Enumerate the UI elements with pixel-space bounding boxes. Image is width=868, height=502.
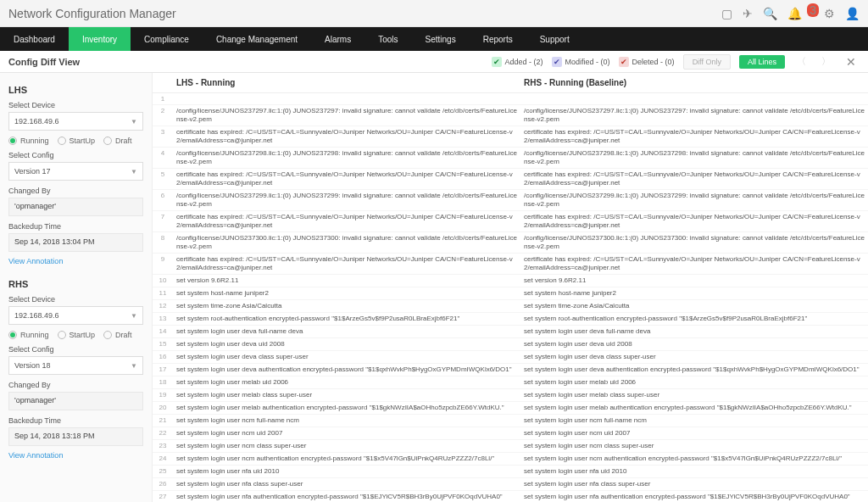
presentation-icon[interactable]: ▢ bbox=[721, 7, 732, 20]
diff-cell-lhs: set system host-name juniper2 bbox=[173, 287, 520, 299]
diff-row: 3certificate has expired: /C=US/ST=CA/L=… bbox=[153, 126, 868, 148]
lhs-device-label: Select Device bbox=[8, 101, 143, 109]
diff-row: 13set system root-authentication encrypt… bbox=[153, 313, 868, 326]
nav-tab-settings[interactable]: Settings bbox=[412, 27, 470, 51]
diff-cell-lhs bbox=[173, 93, 520, 104]
lhs-radio-startup[interactable] bbox=[58, 137, 66, 145]
diff-cell-rhs: set system login user deva uid 2008 bbox=[520, 338, 868, 350]
rhs-radio-running[interactable] bbox=[8, 331, 17, 339]
diff-row: 25set system login user nfa uid 2010set … bbox=[153, 466, 868, 478]
all-lines-button[interactable]: All Lines bbox=[739, 55, 785, 69]
diff-cell-lhs: set system login user deva uid 2008 bbox=[173, 338, 520, 350]
diff-cell-lhs: certificate has expired: /C=US/ST=CA/L=S… bbox=[173, 126, 520, 147]
rhs-radio-draft[interactable] bbox=[103, 331, 112, 339]
line-number: 3 bbox=[153, 126, 173, 147]
prev-diff-icon[interactable]: 〈 bbox=[793, 55, 810, 68]
next-diff-icon[interactable]: 〉 bbox=[818, 55, 834, 68]
diff-cell-rhs: set system login user melab uid 2006 bbox=[520, 376, 868, 388]
diff-panel: LHS - Running RHS - Running (Baseline) 1… bbox=[153, 73, 868, 502]
line-number: 10 bbox=[153, 275, 173, 287]
rhs-device-select[interactable]: 192.168.49.6▼ bbox=[8, 306, 143, 325]
rocket-icon[interactable]: ✈ bbox=[743, 7, 753, 20]
line-number: 23 bbox=[153, 440, 173, 452]
diff-cell-rhs: set system login user ncm authentication… bbox=[520, 453, 868, 465]
bell-icon[interactable]: 🔔3 bbox=[787, 7, 814, 20]
diff-row: 24set system login user ncm authenticati… bbox=[153, 453, 868, 466]
diff-cell-lhs: set system login user deva class super-u… bbox=[173, 351, 520, 363]
nav-tab-support[interactable]: Support bbox=[526, 27, 583, 51]
diff-cell-rhs: /config/license/JUNOS237299.lic:1:(0) JU… bbox=[520, 190, 868, 210]
line-number: 16 bbox=[153, 351, 173, 363]
diff-row: 4/config/license/JUNOS237298.lic:1:(0) J… bbox=[153, 148, 868, 169]
line-number: 27 bbox=[153, 491, 173, 502]
nav-tab-alarms[interactable]: Alarms bbox=[311, 27, 364, 51]
search-icon[interactable]: 🔍 bbox=[763, 7, 777, 20]
rhs-backed-label: Backedup Time bbox=[8, 416, 143, 425]
lhs-device-select[interactable]: 192.168.49.6▼ bbox=[8, 112, 143, 131]
diff-row: 10set version 9.6R2.11set version 9.6R2.… bbox=[153, 275, 868, 287]
nav-tab-tools[interactable]: Tools bbox=[364, 27, 411, 51]
line-number: 26 bbox=[153, 478, 173, 490]
lhs-changed-label: Changed By bbox=[8, 187, 143, 195]
rhs-radio-label-draft: Draft bbox=[115, 331, 132, 339]
line-number: 1 bbox=[153, 93, 173, 104]
diff-cell-rhs: set system login user nfa authentication… bbox=[520, 491, 868, 502]
line-number: 22 bbox=[153, 427, 173, 439]
diff-cell-rhs: set system login user deva authenticatio… bbox=[520, 364, 868, 376]
diff-cell-lhs: set system login user deva full-name dev… bbox=[173, 326, 520, 337]
nav-tab-inventory[interactable]: Inventory bbox=[69, 27, 131, 51]
line-number: 18 bbox=[153, 376, 173, 388]
line-number: 4 bbox=[153, 148, 173, 168]
line-number: 12 bbox=[153, 300, 173, 312]
diff-cell-lhs: /config/license/JUNOS237297.lic:1:(0) JU… bbox=[173, 105, 520, 126]
diff-cell-lhs: set system login user ncm class super-us… bbox=[173, 440, 520, 452]
diff-row: 14set system login user deva full-name d… bbox=[153, 326, 868, 338]
diff-cell-rhs: certificate has expired: /C=US/ST=CA/L=S… bbox=[520, 254, 868, 274]
line-number: 6 bbox=[153, 190, 173, 210]
lhs-config-select[interactable]: Version 17▼ bbox=[8, 162, 143, 181]
line-number: 20 bbox=[153, 402, 173, 414]
rhs-view-annotation-link[interactable]: View Annotation bbox=[8, 451, 63, 460]
chevron-down-icon: ▼ bbox=[131, 362, 137, 370]
lhs-config-label: Select Config bbox=[8, 151, 143, 159]
rhs-config-select[interactable]: Version 18▼ bbox=[8, 356, 143, 375]
lhs-radio-draft[interactable] bbox=[103, 137, 112, 145]
lhs-backed-label: Backedup Time bbox=[8, 222, 143, 231]
diff-rows[interactable]: 12/config/license/JUNOS237297.lic:1:(0) … bbox=[153, 93, 868, 502]
lhs-radio-label-draft: Draft bbox=[115, 137, 132, 145]
nav-tab-dashboard[interactable]: Dashboard bbox=[0, 27, 69, 51]
diff-cell-rhs: set system time-zone Asia/Calcutta bbox=[520, 300, 868, 312]
diff-rhs-title: RHS - Running (Baseline) bbox=[520, 73, 868, 92]
diff-cell-rhs: certificate has expired: /C=US/ST=CA/L=S… bbox=[520, 169, 868, 189]
line-number: 8 bbox=[153, 232, 173, 253]
rhs-radio-startup[interactable] bbox=[58, 331, 66, 339]
user-icon[interactable]: 👤 bbox=[845, 7, 860, 20]
sidebar: LHS Select Device 192.168.49.6▼ RunningS… bbox=[0, 73, 153, 502]
lhs-radio-running[interactable] bbox=[8, 137, 17, 145]
close-icon[interactable]: ✕ bbox=[843, 55, 860, 69]
rhs-heading: RHS bbox=[8, 279, 143, 289]
diff-cell-rhs: /config/license/JUNOS237298.lic:1:(0) JU… bbox=[520, 148, 868, 168]
diff-row: 12set system time-zone Asia/Calcuttaset … bbox=[153, 300, 868, 313]
diff-only-button[interactable]: Diff Only bbox=[683, 54, 731, 70]
diff-cell-rhs: set system root-authentication encrypted… bbox=[520, 313, 868, 325]
nav-tab-reports[interactable]: Reports bbox=[470, 27, 526, 51]
nav-tab-change-management[interactable]: Change Management bbox=[203, 27, 311, 51]
legend-modified: ✔Modified - (0) bbox=[552, 57, 610, 67]
line-number: 17 bbox=[153, 364, 173, 376]
diff-cell-rhs: set system login user ncm uid 2007 bbox=[520, 427, 868, 439]
diff-cell-rhs: set system login user ncm class super-us… bbox=[520, 440, 868, 452]
line-number: 19 bbox=[153, 389, 173, 401]
diff-cell-lhs: set system root-authentication encrypted… bbox=[173, 313, 520, 325]
line-number: 24 bbox=[153, 453, 173, 465]
diff-cell-rhs: set version 9.6R2.11 bbox=[520, 275, 868, 287]
diff-cell-lhs: set version 9.6R2.11 bbox=[173, 275, 520, 287]
page-title: Config Diff View bbox=[8, 57, 492, 67]
diff-row: 8/config/license/JUNOS237300.lic:1:(0) J… bbox=[153, 232, 868, 254]
lhs-radio-label-startup: StartUp bbox=[70, 137, 96, 145]
lhs-view-annotation-link[interactable]: View Annotation bbox=[8, 257, 63, 265]
nav-tab-compliance[interactable]: Compliance bbox=[131, 27, 203, 51]
lhs-radio-label-running: Running bbox=[20, 137, 49, 145]
gear-icon[interactable]: ⚙ bbox=[824, 7, 835, 20]
diff-row: 19set system login user melab class supe… bbox=[153, 389, 868, 402]
